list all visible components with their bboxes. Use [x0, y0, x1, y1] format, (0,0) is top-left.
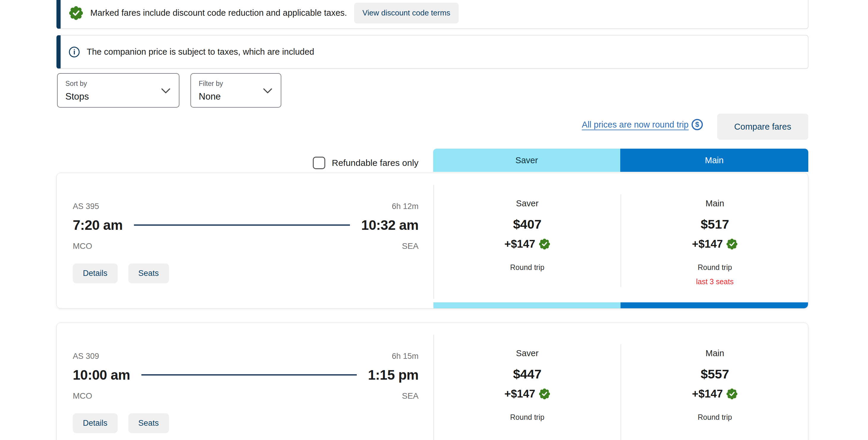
- badge-check-icon: [69, 6, 83, 20]
- arrival-time: 1:15 pm: [368, 367, 418, 383]
- departure-time: 7:20 am: [73, 217, 123, 233]
- companion-banner: i The companion price is subject to taxe…: [57, 35, 808, 69]
- discount-banner-text: Marked fares include discount code reduc…: [90, 8, 347, 18]
- round-trip-prices-link[interactable]: All prices are now round trip $: [582, 119, 703, 130]
- fare-name: Saver: [434, 348, 621, 358]
- arrival-time: 10:32 am: [361, 217, 418, 233]
- fare-price: $407: [434, 217, 621, 232]
- fare-tab-main[interactable]: Main: [620, 149, 808, 172]
- chevron-down-icon: [161, 88, 170, 94]
- fare-name: Saver: [434, 199, 621, 208]
- trip-type: Round trip: [621, 263, 809, 272]
- refundable-fares-toggle[interactable]: Refundable fares only: [313, 157, 418, 169]
- companion-banner-text: The companion price is subject to taxes,…: [87, 47, 314, 57]
- fare-name: Main: [621, 348, 809, 358]
- info-icon: i: [69, 47, 80, 57]
- flight-info: AS 395 6h 12m 7:20 am 10:32 am MCO SEA D…: [73, 173, 418, 308]
- filter-by-dropdown[interactable]: Filter by None: [190, 73, 281, 108]
- trip-type: Round trip: [434, 413, 621, 421]
- saver-fare-cell[interactable]: Saver $407 +$147 Round trip: [434, 173, 621, 308]
- details-button[interactable]: Details: [73, 413, 118, 433]
- main-fare-cell[interactable]: Main $517 +$147 Round trip last 3 seats: [621, 173, 809, 308]
- sort-by-dropdown[interactable]: Sort by Stops: [57, 73, 179, 108]
- chevron-down-icon: [263, 88, 272, 94]
- discount-badge-icon: [539, 238, 550, 250]
- main-color-strip: [621, 302, 808, 308]
- seats-button[interactable]: Seats: [128, 413, 169, 433]
- dollar-circle-icon: $: [691, 119, 703, 130]
- flight-duration: 6h 12m: [392, 202, 418, 211]
- round-trip-link-text: All prices are now round trip: [582, 120, 689, 129]
- seats-button[interactable]: Seats: [128, 263, 169, 283]
- discount-badge-icon: [539, 388, 550, 400]
- discount-banner: Marked fares include discount code reduc…: [57, 0, 808, 29]
- filter-by-label: Filter by: [199, 80, 281, 88]
- flight-number: AS 395: [73, 202, 99, 211]
- destination-airport: SEA: [402, 241, 418, 251]
- route-line: [142, 374, 357, 376]
- view-discount-terms-button[interactable]: View discount code terms: [354, 3, 459, 24]
- compare-fares-button[interactable]: Compare fares: [717, 114, 808, 140]
- flight-info: AS 309 6h 15m 10:00 am 1:15 pm MCO SEA D…: [73, 323, 418, 440]
- main-fare-cell[interactable]: Main $557 +$147 Round trip: [621, 323, 809, 440]
- fare-price: $557: [621, 367, 809, 381]
- companion-price: +$147: [692, 238, 723, 250]
- trip-type: Round trip: [434, 263, 621, 272]
- seats-note: last 3 seats: [621, 277, 809, 286]
- sort-by-label: Sort by: [65, 80, 179, 88]
- details-button[interactable]: Details: [73, 263, 118, 283]
- route-line: [134, 225, 350, 226]
- flight-number: AS 309: [73, 352, 99, 361]
- departure-time: 10:00 am: [73, 367, 130, 383]
- origin-airport: MCO: [73, 391, 92, 401]
- saver-color-strip: [433, 302, 621, 308]
- fare-tab-saver[interactable]: Saver: [433, 149, 620, 172]
- saver-fare-cell[interactable]: Saver $447 +$147 Round trip: [434, 323, 621, 440]
- destination-airport: SEA: [402, 391, 418, 401]
- results-page: Marked fares include discount code reduc…: [57, 0, 808, 440]
- flight-card: AS 309 6h 15m 10:00 am 1:15 pm MCO SEA D…: [57, 323, 808, 440]
- discount-badge-icon: [726, 238, 738, 250]
- companion-price: +$147: [504, 238, 535, 250]
- fare-price: $517: [621, 217, 809, 232]
- trip-type: Round trip: [621, 413, 809, 421]
- origin-airport: MCO: [73, 241, 92, 251]
- fare-name: Main: [621, 199, 809, 208]
- fare-price: $447: [434, 367, 621, 381]
- refundable-label: Refundable fares only: [332, 158, 418, 168]
- discount-badge-icon: [726, 388, 738, 400]
- flight-card: AS 395 6h 12m 7:20 am 10:32 am MCO SEA D…: [57, 173, 808, 309]
- refundable-checkbox[interactable]: [313, 157, 325, 169]
- companion-price: +$147: [504, 388, 535, 400]
- flight-duration: 6h 15m: [392, 352, 418, 361]
- companion-price: +$147: [692, 388, 723, 400]
